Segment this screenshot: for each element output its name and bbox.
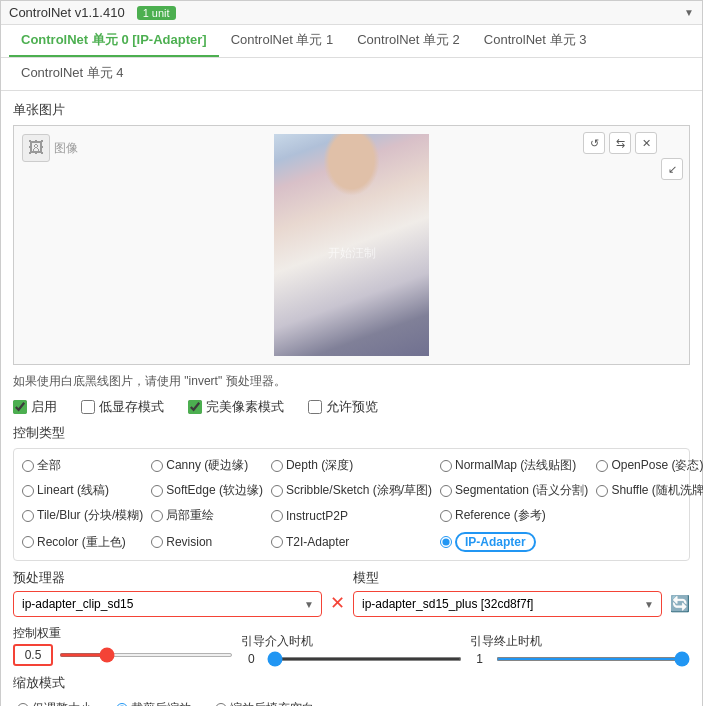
model-section: 模型 ip-adapter_sd15_plus [32cd8f7f]ip-ada… [353,569,662,617]
allow-preview-checkbox[interactable]: 允许预览 [308,398,378,416]
radio-recolor[interactable]: Recolor (重上色) [18,530,147,554]
radio-scribble/sketch[interactable]: Scribble/Sketch (涂鸦/草图) [267,480,436,501]
enable-checkbox[interactable]: 启用 [13,398,57,416]
control-weight-row: 0.5 [13,644,233,666]
radio-ip-adapter[interactable]: IP-Adapter [436,530,592,554]
control-weight-value: 0.5 [13,644,53,666]
scale-mode-section: 缩放模式 仅调整大小 裁剪后缩放 缩放后填充空白 [13,674,690,706]
control-weight-group: 控制权重 0.5 [13,625,233,666]
model-label: 模型 [353,569,662,587]
guidance-start-slider[interactable] [267,657,461,661]
tabs-row2: ControlNet 单元 4 [1,58,702,91]
radio-instructp2p[interactable]: InstructP2P [267,505,436,526]
refresh-button[interactable]: 🔄 [670,594,690,613]
scale-mode-label: 缩放模式 [13,674,690,692]
flip-button[interactable]: ⇆ [609,132,631,154]
tabs-row1: ControlNet 单元 0 [IP-Adapter] ControlNet … [1,25,702,58]
control-type-label: 控制类型 [13,424,690,442]
control-weight-label: 控制权重 [13,625,233,642]
guidance-end-slider[interactable] [496,657,690,661]
radio-tile/blur[interactable]: Tile/Blur (分块/模糊) [18,505,147,526]
control-weight-slider[interactable] [59,653,233,657]
guidance-end-group: 引导终止时机 1 [470,633,690,666]
radio-openpose[interactable]: OpenPose (姿态) [592,455,703,476]
preprocessor-label: 预处理器 [13,569,322,587]
dropdown-icon[interactable]: ▼ [684,7,694,18]
notice-text: 如果使用白底黑线图片，请使用 "invert" 预处理器。 [13,373,690,390]
guidance-start-label: 引导介入时机 [241,633,461,650]
radio-depth[interactable]: Depth (深度) [267,455,436,476]
guidance-start-value: 0 [241,652,261,666]
image-section-label: 单张图片 [13,101,690,119]
radio-reference[interactable]: Reference (参考) [436,505,592,526]
preprocessor-section: 预处理器 ip-adapter_clip_sd15ip-adapter_clip… [13,569,322,617]
model-select-wrapper: ip-adapter_sd15_plus [32cd8f7f]ip-adapte… [353,591,662,617]
radio-shuffle[interactable]: Shuffle (随机洗牌) [592,480,703,501]
guidance-start-group: 引导介入时机 0 [241,633,461,666]
scale-mode-row: 仅调整大小 裁剪后缩放 缩放后填充空白 [13,698,690,706]
close-button[interactable]: ✕ [635,132,657,154]
fullscreen-button[interactable]: ↙ [661,158,683,180]
unit-badge: 1 unit [137,6,176,20]
tab-unit0[interactable]: ControlNet 单元 0 [IP-Adapter] [9,25,219,57]
image-toolbar: ↺ ⇆ ✕ ↙ [583,132,683,154]
image-icon: 🖼 [22,134,50,162]
low-vram-checkbox[interactable]: 低显存模式 [81,398,164,416]
rotate-button[interactable]: ↺ [583,132,605,154]
radio-全部[interactable]: 全部 [18,455,147,476]
preprocessor-select[interactable]: ip-adapter_clip_sd15ip-adapter_clip_sdxl… [13,591,322,617]
sliders-section: 控制权重 0.5 引导介入时机 0 引导终止时机 1 [13,625,690,666]
app-header: ControlNet v1.1.410 1 unit ▼ [1,1,702,25]
scale-crop-resize[interactable]: 裁剪后缩放 [112,698,195,706]
options-row: 启用 低显存模式 完美像素模式 允许预览 [13,398,690,416]
radio-softedge[interactable]: SoftEdge (软边缘) [147,480,267,501]
tab-unit4[interactable]: ControlNet 单元 4 [9,58,136,90]
control-type-grid: 全部Canny (硬边缘)Depth (深度)NormalMap (法线贴图)O… [13,448,690,561]
image-upload-area[interactable]: 🖼 图像 开始汪制 ↺ ⇆ ✕ ↙ [13,125,690,365]
app-title: ControlNet v1.1.410 [9,5,125,20]
scale-fill[interactable]: 缩放后填充空白 [211,698,318,706]
radio-canny[interactable]: Canny (硬边缘) [147,455,267,476]
radio-t2i-adapter[interactable]: T2I-Adapter [267,530,436,554]
tab-unit1[interactable]: ControlNet 单元 1 [219,25,346,57]
radio-lineart[interactable]: Lineart (线稿) [18,480,147,501]
cross-icon: ✕ [330,592,345,614]
upload-hint: 🖼 图像 [22,134,78,162]
preprocessor-select-wrapper: ip-adapter_clip_sd15ip-adapter_clip_sdxl… [13,591,322,617]
guidance-end-value: 1 [470,652,490,666]
model-select[interactable]: ip-adapter_sd15_plus [32cd8f7f]ip-adapte… [353,591,662,617]
radio-局部重绘[interactable]: 局部重绘 [147,505,267,526]
guidance-end-label: 引导终止时机 [470,633,690,650]
radio-segmentation[interactable]: Segmentation (语义分割) [436,480,592,501]
pixel-perfect-checkbox[interactable]: 完美像素模式 [188,398,284,416]
tab-unit2[interactable]: ControlNet 单元 2 [345,25,472,57]
radio-revision[interactable]: Revision [147,530,267,554]
image-preview: 开始汪制 [274,134,429,356]
radio-normalmap[interactable]: NormalMap (法线贴图) [436,455,592,476]
tab-unit3[interactable]: ControlNet 单元 3 [472,25,599,57]
scale-resize-only[interactable]: 仅调整大小 [13,698,96,706]
upload-text: 图像 [54,140,78,157]
preprocessor-model-row: 预处理器 ip-adapter_clip_sd15ip-adapter_clip… [13,569,690,617]
